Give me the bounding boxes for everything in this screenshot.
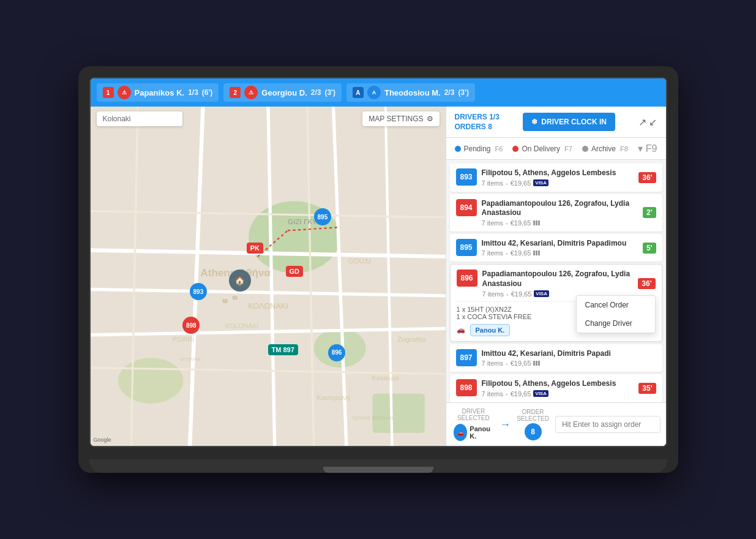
order-header-896: 896 Papadiamantopoulou 126, Zografou, Ly… (457, 270, 656, 297)
order-header-894: 894 Papadiamantopoulou 126, Zografou, Ly… (456, 199, 656, 227)
driver-selected-label: DRIVERSELECTED (457, 408, 490, 421)
driver-chip-896[interactable]: Panou K. (470, 324, 511, 336)
order-selected-section: ORDERSELECTED 8 (517, 409, 549, 440)
order-info-896: Papadiamantopoulou 126, Zografou, Lydia … (482, 270, 634, 297)
driver-icon-1: ⚠ (118, 86, 131, 99)
order-info-895: Imittou 42, Kesariani, Dimitris Papadimo… (482, 239, 638, 257)
assign-order-input[interactable] (555, 416, 661, 433)
delivery-key: F7 (564, 145, 572, 153)
bottom-bar: DRIVERSELECTED 🚗 Panou K. → ORDERSELECTE… (446, 402, 666, 446)
order-payment-893: VISA (533, 179, 548, 186)
order-address-898: Filipotou 5, Athens, Aggelos Lembesis (482, 379, 634, 389)
collapse-icon: ↙ (649, 116, 657, 128)
marker-895[interactable]: 895 (314, 208, 331, 225)
context-cancel-order[interactable]: Cancel Order (577, 296, 655, 314)
clock-in-button[interactable]: ❄ DRIVER CLOCK IN (523, 113, 615, 131)
panel-stats: DRIVERS 1/3 ORDERS 8 (455, 113, 500, 131)
order-address-895: Imittou 42, Kesariani, Dimitris Papadimo… (482, 239, 638, 249)
order-items-896: 7 items (482, 290, 504, 298)
order-header-895: 895 Imittou 42, Kesariani, Dimitris Papa… (456, 239, 656, 257)
marker-893[interactable]: 893 (190, 283, 207, 300)
svg-rect-30 (232, 296, 238, 300)
order-price-896: €19,65 (511, 290, 532, 298)
order-info-898: Filipotou 5, Athens, Aggelos Lembesis 7 … (482, 379, 634, 398)
map-search[interactable]: Kolonaki (97, 111, 182, 126)
driver-badge-3: A (353, 87, 364, 98)
map-settings-icon: ⚙ (427, 115, 433, 123)
order-num-895: 895 (456, 239, 477, 256)
expand-icon: ↗ (638, 116, 646, 128)
order-payment-896: VISA (534, 290, 549, 297)
driver-tab-3[interactable]: A A Theodosiou M. 2/3 (3') (346, 83, 475, 102)
driver-extra-2: (3') (324, 88, 335, 97)
marker-tm897[interactable]: TM 897 (268, 344, 298, 355)
archive-key: F8 (620, 145, 628, 153)
marker-896[interactable]: 896 (328, 344, 345, 361)
orders-value: 8 (488, 123, 492, 131)
order-items-897: 7 items (482, 360, 503, 367)
svg-text:ΚΟΛΩΝΑΚΙ: ΚΟΛΩΝΑΚΙ (248, 301, 288, 311)
driver-tab-1[interactable]: 1 ⚠ Papanikos K. 1/3 (6') (97, 83, 219, 102)
delivery-label: On Delivery (522, 145, 560, 153)
driver-selected-name: Panou K. (470, 425, 493, 440)
drivers-stat: DRIVERS 1/3 (455, 113, 500, 121)
svg-text:Zografou: Zografou (397, 335, 425, 343)
order-time-894: 2' (643, 207, 656, 218)
marker-pk[interactable]: PK (247, 243, 263, 254)
driver-ratio-1: 1/3 (188, 88, 198, 97)
order-info-897: Imittou 42, Kesariani, Dimitris Papadi 7… (482, 349, 656, 368)
archive-label: Archive (591, 145, 616, 153)
filter-pending[interactable]: Pending F6 (455, 145, 503, 153)
svg-rect-4 (372, 394, 424, 433)
assigned-driver-896: Panou K. (476, 326, 505, 334)
assign-arrow-icon: → (500, 418, 511, 431)
order-card-898[interactable]: 898 Filipotou 5, Athens, Aggelos Lembesi… (450, 374, 662, 402)
order-address-893: Filipotou 5, Athens, Aggelos Lembesis (482, 168, 634, 178)
right-panel: DRIVERS 1/3 ORDERS 8 ❄ DRIVER CLOCK IN (446, 107, 666, 446)
order-num-898: 898 (456, 379, 477, 396)
laptop-base (89, 459, 667, 473)
order-time-893: 36' (638, 172, 656, 183)
order-time-898: 35' (638, 383, 656, 394)
expand-button[interactable]: ↗ ↙ (638, 116, 657, 128)
order-num-894: 894 (456, 199, 477, 216)
order-selected-label: ORDERSELECTED (517, 409, 549, 422)
order-card-895[interactable]: 895 Imittou 42, Kesariani, Dimitris Papa… (450, 234, 662, 262)
filter-archive[interactable]: Archive F8 (582, 145, 628, 153)
order-card-896[interactable]: 896 Papadiamantopoulou 126, Zografou, Ly… (450, 264, 662, 341)
map-settings-label: MAP SETTINGS (369, 115, 423, 123)
order-card-897[interactable]: 897 Imittou 42, Kesariani, Dimitris Papa… (450, 344, 662, 372)
order-info-894: Papadiamantopoulou 126, Zografou, Lydia … (482, 199, 638, 227)
order-card-893[interactable]: 893 Filipotou 5, Athens, Aggelos Lembesi… (450, 164, 662, 192)
context-change-driver[interactable]: Change Driver (577, 314, 655, 333)
panel-header: DRIVERS 1/3 ORDERS 8 ❄ DRIVER CLOCK IN (446, 107, 666, 138)
svg-point-3 (118, 358, 183, 404)
driver-badge-2: 2 (230, 87, 241, 98)
svg-text:KOLONAKI: KOLONAKI (225, 322, 258, 330)
order-items-898: 7 items (482, 390, 503, 398)
filter-chevron[interactable]: ▾ F9 (638, 143, 657, 154)
order-address-897: Imittou 42, Kesariani, Dimitris Papadi (482, 349, 656, 359)
marker-gd[interactable]: GD (286, 266, 304, 277)
svg-text:Καισαριανή: Καισαριανή (316, 394, 350, 401)
laptop-screen: 1 ⚠ Papanikos K. 1/3 (6') 2 ⚠ Georgiou D… (89, 77, 667, 447)
svg-text:PSIRRI: PSIRRI (172, 336, 193, 343)
order-header-898: 898 Filipotou 5, Athens, Aggelos Lembesi… (456, 379, 656, 398)
archive-dot (582, 146, 588, 152)
map-settings-button[interactable]: MAP SETTINGS ⚙ (362, 111, 439, 126)
driver-badge-1: 1 (103, 87, 114, 98)
main-content: Athens Αθήνα GOUΔI PSIRRI ΨΥΡΡΗ Zografou… (91, 107, 666, 446)
driver-tab-2[interactable]: 2 ⚠ Georgiou D. 2/3 (3') (223, 83, 342, 102)
order-details-895: 7 items - €19,65 (482, 249, 638, 257)
filter-on-delivery[interactable]: On Delivery F7 (512, 145, 572, 153)
driver-assign-icon: 🚗 (457, 326, 465, 334)
order-price-898: €19,65 (511, 390, 531, 398)
order-payment-898: VISA (533, 390, 548, 397)
marker-home[interactable]: 🏠 (229, 270, 251, 292)
order-payment-894 (533, 221, 540, 225)
order-card-894[interactable]: 894 Papadiamantopoulou 126, Zografou, Ly… (450, 194, 662, 232)
top-bar: 1 ⚠ Papanikos K. 1/3 (6') 2 ⚠ Georgiou D… (91, 78, 666, 107)
orders-label: ORDERS (455, 123, 486, 131)
order-time-895: 5' (643, 243, 656, 254)
order-details-893: 7 items - €19,65 VISA (482, 179, 634, 187)
